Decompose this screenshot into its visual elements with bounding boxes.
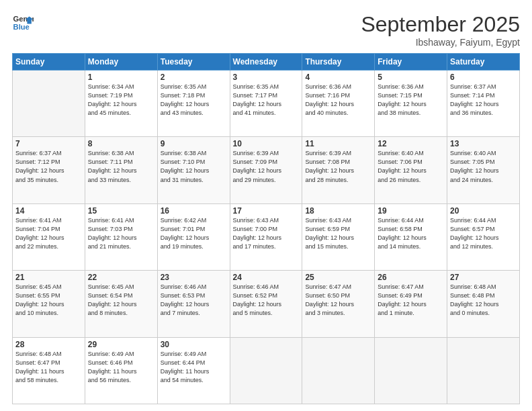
day-cell: 3Sunrise: 6:35 AM Sunset: 7:17 PM Daylig… — [230, 71, 302, 137]
day-info: Sunrise: 6:43 AM Sunset: 7:00 PM Dayligh… — [233, 216, 300, 251]
week-row-2: 7Sunrise: 6:37 AM Sunset: 7:12 PM Daylig… — [13, 137, 520, 203]
weekday-header-tuesday: Tuesday — [157, 54, 230, 71]
day-info: Sunrise: 6:34 AM Sunset: 7:19 PM Dayligh… — [88, 83, 154, 118]
day-info: Sunrise: 6:43 AM Sunset: 6:59 PM Dayligh… — [305, 216, 371, 251]
day-cell: 6Sunrise: 6:37 AM Sunset: 7:14 PM Daylig… — [447, 71, 520, 137]
day-number: 30 — [161, 340, 227, 349]
day-info: Sunrise: 6:35 AM Sunset: 7:18 PM Dayligh… — [161, 83, 227, 118]
day-info: Sunrise: 6:47 AM Sunset: 6:50 PM Dayligh… — [305, 283, 371, 318]
weekday-header-row: SundayMondayTuesdayWednesdayThursdayFrid… — [13, 54, 520, 71]
month-title: September 2025 — [361, 12, 520, 37]
day-info: Sunrise: 6:42 AM Sunset: 7:01 PM Dayligh… — [161, 216, 227, 251]
day-number: 24 — [233, 273, 300, 282]
day-number: 13 — [450, 139, 517, 148]
day-cell: 20Sunrise: 6:44 AM Sunset: 6:57 PM Dayli… — [447, 203, 520, 270]
calendar-table: SundayMondayTuesdayWednesdayThursdayFrid… — [12, 53, 520, 404]
day-info: Sunrise: 6:46 AM Sunset: 6:52 PM Dayligh… — [233, 283, 300, 318]
day-info: Sunrise: 6:37 AM Sunset: 7:12 PM Dayligh… — [15, 149, 82, 184]
day-number: 14 — [15, 206, 82, 216]
day-number: 26 — [378, 273, 444, 282]
day-number: 1 — [88, 73, 154, 82]
day-cell: 27Sunrise: 6:48 AM Sunset: 6:48 PM Dayli… — [447, 271, 520, 337]
day-cell: 4Sunrise: 6:36 AM Sunset: 7:16 PM Daylig… — [302, 71, 375, 137]
day-info: Sunrise: 6:38 AM Sunset: 7:10 PM Dayligh… — [161, 149, 227, 184]
weekday-header-thursday: Thursday — [302, 54, 375, 71]
day-cell: 12Sunrise: 6:40 AM Sunset: 7:06 PM Dayli… — [375, 137, 447, 203]
day-cell: 9Sunrise: 6:38 AM Sunset: 7:10 PM Daylig… — [157, 137, 230, 203]
day-info: Sunrise: 6:36 AM Sunset: 7:16 PM Dayligh… — [305, 83, 371, 118]
day-info: Sunrise: 6:39 AM Sunset: 7:09 PM Dayligh… — [233, 149, 300, 184]
day-cell: 30Sunrise: 6:49 AM Sunset: 6:44 PM Dayli… — [157, 337, 230, 404]
header: General Blue September 2025 Ibshaway, Fa… — [12, 12, 520, 48]
day-number: 18 — [305, 206, 371, 216]
day-number: 27 — [450, 273, 517, 282]
day-info: Sunrise: 6:35 AM Sunset: 7:17 PM Dayligh… — [233, 83, 300, 118]
day-cell: 17Sunrise: 6:43 AM Sunset: 7:00 PM Dayli… — [230, 203, 302, 270]
logo: General Blue — [12, 12, 34, 34]
day-number: 16 — [161, 206, 227, 216]
day-number: 6 — [450, 73, 517, 82]
day-cell — [230, 337, 302, 404]
day-info: Sunrise: 6:47 AM Sunset: 6:49 PM Dayligh… — [378, 283, 444, 318]
day-cell: 18Sunrise: 6:43 AM Sunset: 6:59 PM Dayli… — [302, 203, 375, 270]
title-block: September 2025 Ibshaway, Faiyum, Egypt — [361, 12, 520, 48]
day-number: 9 — [161, 139, 227, 148]
week-row-3: 14Sunrise: 6:41 AM Sunset: 7:04 PM Dayli… — [13, 203, 520, 270]
day-cell — [302, 337, 375, 404]
day-info: Sunrise: 6:41 AM Sunset: 7:04 PM Dayligh… — [15, 216, 82, 251]
day-info: Sunrise: 6:37 AM Sunset: 7:14 PM Dayligh… — [450, 83, 517, 118]
day-info: Sunrise: 6:41 AM Sunset: 7:03 PM Dayligh… — [88, 216, 154, 251]
day-number: 5 — [378, 73, 444, 82]
day-info: Sunrise: 6:48 AM Sunset: 6:48 PM Dayligh… — [450, 283, 517, 318]
weekday-header-friday: Friday — [375, 54, 447, 71]
day-info: Sunrise: 6:48 AM Sunset: 6:47 PM Dayligh… — [15, 350, 82, 385]
location: Ibshaway, Faiyum, Egypt — [361, 37, 520, 48]
day-number: 19 — [378, 206, 444, 216]
day-cell: 8Sunrise: 6:38 AM Sunset: 7:11 PM Daylig… — [85, 137, 157, 203]
weekday-header-sunday: Sunday — [13, 54, 85, 71]
day-number: 8 — [88, 139, 154, 148]
day-info: Sunrise: 6:40 AM Sunset: 7:05 PM Dayligh… — [450, 149, 517, 184]
day-cell: 22Sunrise: 6:45 AM Sunset: 6:54 PM Dayli… — [85, 271, 157, 337]
day-info: Sunrise: 6:45 AM Sunset: 6:54 PM Dayligh… — [88, 283, 154, 318]
day-number: 29 — [88, 340, 154, 349]
day-info: Sunrise: 6:40 AM Sunset: 7:06 PM Dayligh… — [378, 149, 444, 184]
day-info: Sunrise: 6:46 AM Sunset: 6:53 PM Dayligh… — [161, 283, 227, 318]
day-info: Sunrise: 6:44 AM Sunset: 6:57 PM Dayligh… — [450, 216, 517, 251]
day-info: Sunrise: 6:39 AM Sunset: 7:08 PM Dayligh… — [305, 149, 371, 184]
day-number: 10 — [233, 139, 300, 148]
day-cell: 14Sunrise: 6:41 AM Sunset: 7:04 PM Dayli… — [13, 203, 85, 270]
day-cell: 10Sunrise: 6:39 AM Sunset: 7:09 PM Dayli… — [230, 137, 302, 203]
day-cell: 26Sunrise: 6:47 AM Sunset: 6:49 PM Dayli… — [375, 271, 447, 337]
day-number: 12 — [378, 139, 444, 148]
day-number: 17 — [233, 206, 300, 216]
day-cell: 23Sunrise: 6:46 AM Sunset: 6:53 PM Dayli… — [157, 271, 230, 337]
day-cell: 7Sunrise: 6:37 AM Sunset: 7:12 PM Daylig… — [13, 137, 85, 203]
day-number: 20 — [450, 206, 517, 216]
page: General Blue September 2025 Ibshaway, Fa… — [0, 0, 532, 411]
day-cell — [447, 337, 520, 404]
day-cell: 11Sunrise: 6:39 AM Sunset: 7:08 PM Dayli… — [302, 137, 375, 203]
week-row-5: 28Sunrise: 6:48 AM Sunset: 6:47 PM Dayli… — [13, 337, 520, 404]
day-info: Sunrise: 6:44 AM Sunset: 6:58 PM Dayligh… — [378, 216, 444, 251]
day-number: 22 — [88, 273, 154, 282]
day-cell: 21Sunrise: 6:45 AM Sunset: 6:55 PM Dayli… — [13, 271, 85, 337]
svg-text:Blue: Blue — [13, 23, 30, 31]
day-cell: 25Sunrise: 6:47 AM Sunset: 6:50 PM Dayli… — [302, 271, 375, 337]
day-cell: 13Sunrise: 6:40 AM Sunset: 7:05 PM Dayli… — [447, 137, 520, 203]
day-cell: 29Sunrise: 6:49 AM Sunset: 6:46 PM Dayli… — [85, 337, 157, 404]
logo-icon: General Blue — [12, 12, 34, 34]
day-cell: 16Sunrise: 6:42 AM Sunset: 7:01 PM Dayli… — [157, 203, 230, 270]
day-number: 3 — [233, 73, 300, 82]
day-info: Sunrise: 6:49 AM Sunset: 6:44 PM Dayligh… — [161, 350, 227, 385]
day-cell: 19Sunrise: 6:44 AM Sunset: 6:58 PM Dayli… — [375, 203, 447, 270]
day-cell: 28Sunrise: 6:48 AM Sunset: 6:47 PM Dayli… — [13, 337, 85, 404]
day-cell: 2Sunrise: 6:35 AM Sunset: 7:18 PM Daylig… — [157, 71, 230, 137]
day-number: 25 — [305, 273, 371, 282]
day-number: 7 — [15, 139, 82, 148]
day-info: Sunrise: 6:45 AM Sunset: 6:55 PM Dayligh… — [15, 283, 82, 318]
day-info: Sunrise: 6:38 AM Sunset: 7:11 PM Dayligh… — [88, 149, 154, 184]
week-row-4: 21Sunrise: 6:45 AM Sunset: 6:55 PM Dayli… — [13, 271, 520, 337]
day-number: 4 — [305, 73, 371, 82]
week-row-1: 1Sunrise: 6:34 AM Sunset: 7:19 PM Daylig… — [13, 71, 520, 137]
